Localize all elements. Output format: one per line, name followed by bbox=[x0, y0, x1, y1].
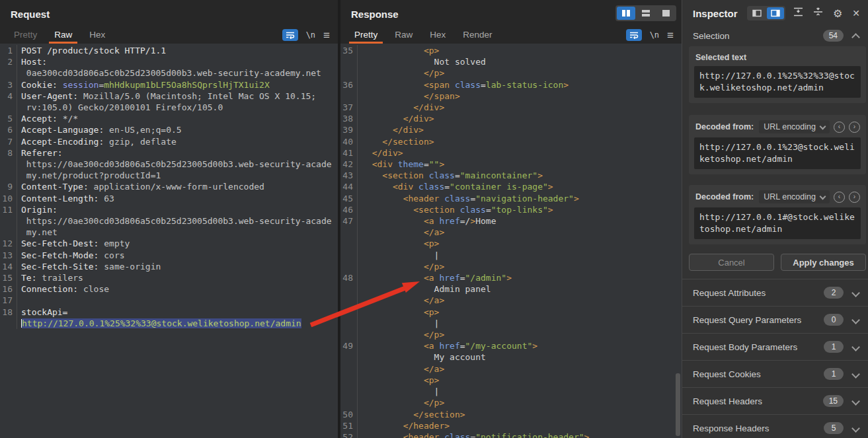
line-number bbox=[340, 227, 357, 238]
section-label: Response Headers bbox=[693, 423, 769, 433]
chevron-up-icon bbox=[851, 33, 860, 42]
line-number bbox=[340, 250, 357, 261]
code-line: 7Accept-Encoding: gzip, deflate bbox=[0, 136, 338, 147]
line-number: 10 bbox=[0, 193, 17, 204]
code-line: 2Host: bbox=[0, 56, 338, 67]
line-number bbox=[340, 283, 357, 295]
code-line: 0ae300cd03d806a5c0b25d23005d00b3.web-sec… bbox=[0, 67, 338, 79]
line-number: 39 bbox=[340, 124, 357, 135]
expand-sections-icon[interactable] bbox=[793, 7, 803, 19]
tab-hex[interactable]: Hex bbox=[426, 26, 449, 44]
line-number: 38 bbox=[340, 113, 357, 124]
show-newlines-icon[interactable]: \n bbox=[650, 30, 659, 40]
word-wrap-toggle-icon[interactable] bbox=[282, 29, 298, 41]
line-number: 50 bbox=[340, 409, 357, 420]
section-count-badge: 15 bbox=[823, 395, 844, 407]
section-count-badge: 1 bbox=[824, 368, 844, 380]
line-number bbox=[340, 363, 357, 375]
section-label: Request Attributes bbox=[693, 288, 766, 298]
selected-text-value[interactable]: http://127.0.0.1%25%32%33@stock.weliketo… bbox=[694, 66, 861, 98]
decode-step-icon[interactable]: ‹ bbox=[834, 122, 845, 133]
decoded-value[interactable]: http://127.0.0.1%23@stock.weliketoshop.n… bbox=[694, 137, 861, 169]
editor-menu-icon[interactable]: ≡ bbox=[323, 30, 330, 41]
layout-rows-icon[interactable] bbox=[637, 7, 655, 20]
line-number: 44 bbox=[340, 181, 357, 192]
tab-render[interactable]: Render bbox=[459, 26, 495, 44]
code-line: 43 <section class="maincontainer"> bbox=[340, 170, 682, 181]
tab-raw[interactable]: Raw bbox=[391, 26, 416, 44]
close-icon[interactable]: ✕ bbox=[852, 8, 860, 18]
encoding-select[interactable]: URL encoding bbox=[759, 120, 830, 133]
code-line: http://127.0.0.1%25%32%33@stock.weliketo… bbox=[0, 318, 338, 329]
line-number bbox=[0, 227, 17, 238]
code-line: </a> bbox=[340, 363, 682, 375]
response-editor[interactable]: 35 <p> Not solved </p>36 <span class=lab… bbox=[340, 44, 682, 438]
encode-step-icon[interactable]: › bbox=[849, 122, 860, 133]
code-line: 1POST /product/stock HTTP/1.1 bbox=[0, 45, 338, 56]
line-number bbox=[340, 386, 357, 397]
code-line: <p> bbox=[340, 238, 682, 249]
selection-section-header[interactable]: Selection 54 bbox=[682, 26, 868, 45]
line-number: 40 bbox=[340, 136, 357, 147]
section-label: Request Query Parameters bbox=[693, 315, 801, 325]
response-scrollbar[interactable] bbox=[676, 373, 680, 436]
line-number: 5 bbox=[0, 113, 17, 124]
settings-gear-icon[interactable]: ⚙ bbox=[833, 7, 842, 20]
line-number: 47 bbox=[340, 215, 357, 227]
code-line: my.net/product?productId=1 bbox=[0, 170, 338, 181]
inspector-section-request-headers[interactable]: Request Headers15 bbox=[682, 388, 868, 415]
request-editor[interactable]: 1POST /product/stock HTTP/1.12Host: 0ae3… bbox=[0, 44, 338, 438]
code-line: 50 </section> bbox=[340, 409, 682, 420]
code-line: | bbox=[340, 318, 682, 329]
line-number: 48 bbox=[340, 272, 357, 283]
chevron-down-icon bbox=[851, 343, 860, 351]
code-line: 8Referer: bbox=[0, 147, 338, 159]
word-wrap-toggle-icon[interactable] bbox=[626, 29, 642, 41]
section-label: Request Cookies bbox=[693, 369, 761, 379]
code-line: 17 bbox=[0, 295, 338, 306]
line-number: 51 bbox=[340, 420, 357, 431]
editor-menu-icon[interactable]: ≡ bbox=[667, 30, 674, 41]
decoded-value[interactable]: http://127.0.0.1#@stock.weliketoshop.net… bbox=[694, 207, 861, 239]
inspector-sections: Request Attributes2Request Query Paramet… bbox=[682, 279, 868, 438]
encoding-select[interactable]: URL encoding bbox=[759, 190, 830, 203]
code-line: </p> bbox=[340, 261, 682, 272]
tab-pretty[interactable]: Pretty bbox=[11, 26, 40, 44]
dock-right-icon[interactable] bbox=[767, 7, 784, 19]
inspector-section-request-cookies[interactable]: Request Cookies1 bbox=[682, 361, 868, 388]
chevron-down-icon bbox=[851, 424, 860, 433]
decode-step-icon[interactable]: ‹ bbox=[834, 192, 845, 203]
section-count-badge: 1 bbox=[824, 341, 844, 353]
tab-raw[interactable]: Raw bbox=[51, 26, 75, 44]
line-number: 18 bbox=[0, 307, 17, 318]
collapse-sections-icon[interactable] bbox=[813, 7, 823, 19]
cancel-button[interactable]: Cancel bbox=[689, 254, 774, 271]
code-line: | bbox=[340, 250, 682, 261]
show-newlines-icon[interactable]: \n bbox=[306, 30, 315, 40]
apply-changes-button[interactable]: Apply changes bbox=[781, 254, 866, 271]
line-number bbox=[0, 318, 17, 329]
layout-single-icon[interactable] bbox=[656, 7, 675, 20]
encode-step-icon[interactable]: › bbox=[849, 192, 860, 203]
inspector-panel: Inspector ⚙ ✕ Selection bbox=[682, 0, 868, 438]
tab-hex[interactable]: Hex bbox=[86, 26, 108, 44]
inspector-section-response-headers[interactable]: Response Headers5 bbox=[682, 415, 868, 438]
inspector-section-request-attributes[interactable]: Request Attributes2 bbox=[682, 279, 868, 307]
inspector-section-request-body-parameters[interactable]: Request Body Parameters1 bbox=[682, 334, 868, 361]
decoded-from-label: Decoded from: bbox=[695, 192, 754, 201]
tab-pretty[interactable]: Pretty bbox=[351, 26, 381, 44]
line-number: 13 bbox=[0, 250, 17, 261]
dock-left-icon[interactable] bbox=[748, 7, 766, 19]
code-line: 44 <div class="container is-page"> bbox=[340, 181, 682, 192]
code-line: 49 <a href="/my-account"> bbox=[340, 340, 682, 351]
code-line: 10Content-Length: 63 bbox=[0, 193, 338, 204]
line-number bbox=[0, 67, 17, 79]
code-line: 18stockApi= bbox=[0, 307, 338, 318]
layout-columns-icon[interactable] bbox=[617, 7, 635, 20]
inspector-section-request-query-parameters[interactable]: Request Query Parameters0 bbox=[682, 307, 868, 334]
line-number bbox=[340, 397, 357, 408]
code-line: 42 <div theme=""> bbox=[340, 159, 682, 170]
code-line: Not solved bbox=[340, 56, 682, 67]
line-number bbox=[340, 91, 357, 102]
code-line: </span> bbox=[340, 91, 682, 102]
